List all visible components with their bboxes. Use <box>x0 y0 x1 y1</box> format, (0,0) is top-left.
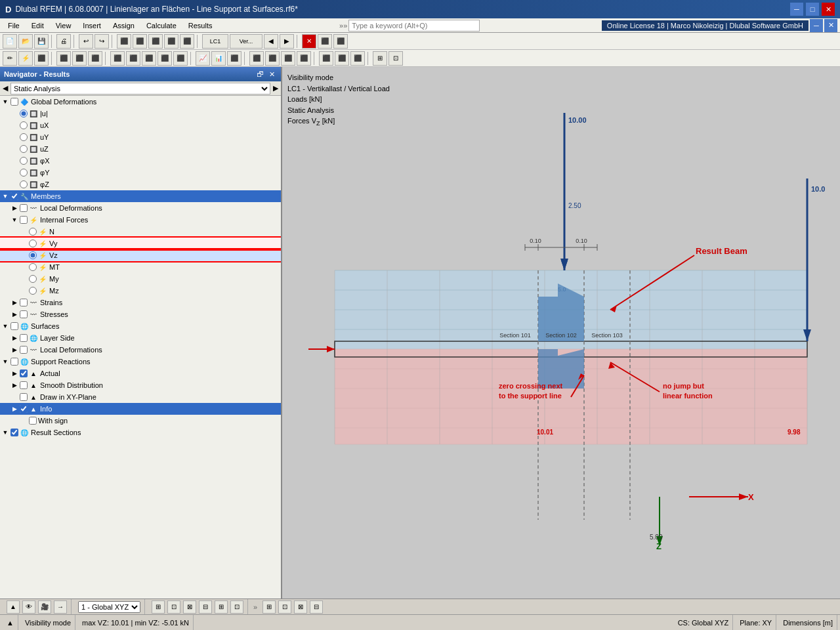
tree-surfaces[interactable]: ▼ 🌐 Surfaces <box>0 320 281 332</box>
result-display-btn[interactable]: ✕ <box>302 34 316 49</box>
view-tool-4[interactable]: ⬛ <box>164 34 178 49</box>
nav-t1[interactable]: ⊞ <box>152 600 165 614</box>
tree-with-sign[interactable]: ▶ With sign <box>0 415 281 427</box>
search-input[interactable] <box>348 20 480 32</box>
nav-t6[interactable]: ⊡ <box>230 600 243 614</box>
display-tool-2[interactable]: ⬛ <box>126 51 140 66</box>
extra-nav-1[interactable]: ⊞ <box>262 600 276 614</box>
expand-layer-side[interactable]: ▶ <box>10 334 18 342</box>
check-draw-xy[interactable] <box>20 393 28 401</box>
view-tool-1[interactable]: ⬛ <box>117 34 131 49</box>
check-support-reactions[interactable] <box>10 358 18 366</box>
tree-global-deformations[interactable]: ▼ 🔷 Global Deformations <box>0 96 281 108</box>
tree-uz[interactable]: 🔲 uZ <box>0 143 281 155</box>
nav-tool-1[interactable]: ⬛ <box>249 51 264 66</box>
display-tool-5[interactable]: ⬛ <box>173 51 188 66</box>
tree-MT[interactable]: ⚡ MT <box>0 261 281 273</box>
menu-insert[interactable]: Insert <box>77 20 106 31</box>
menu-assign[interactable]: Assign <box>108 20 140 31</box>
tree-info[interactable]: ▶ ▲ Info <box>0 403 281 415</box>
expand-local-def-surf[interactable]: ▶ <box>10 346 18 354</box>
radio-uy[interactable] <box>20 133 28 141</box>
maximize-button[interactable]: □ <box>806 3 819 16</box>
radio-MT[interactable] <box>29 263 37 271</box>
nav-tool-3[interactable]: ⬛ <box>281 51 295 66</box>
chart-tool-3[interactable]: ⬛ <box>227 51 242 66</box>
tree-phiz[interactable]: 🔲 φZ <box>0 178 281 190</box>
check-result-sections[interactable] <box>10 429 18 436</box>
tree-smooth-dist[interactable]: ▶ ▲ Smooth Distribution <box>0 379 281 391</box>
menu-calculate[interactable]: Calculate <box>141 20 182 31</box>
grid-tool-1[interactable]: ⊞ <box>373 51 387 66</box>
check-strains[interactable] <box>20 299 28 306</box>
tree-layer-side[interactable]: ▶ 🌐 Layer Side <box>0 332 281 344</box>
titlebar-controls[interactable]: ─ □ ✕ <box>790 3 835 16</box>
radio-ux[interactable] <box>20 121 28 129</box>
tree-u-abs[interactable]: 🔲 |u| <box>0 108 281 119</box>
nav-t2[interactable]: ⊡ <box>167 600 180 614</box>
radio-Mz[interactable] <box>29 287 37 295</box>
viewport[interactable]: Visibility mode LC1 - Vertikallast / Ver… <box>282 67 840 598</box>
check-actual[interactable] <box>20 369 28 377</box>
tree-My[interactable]: ⚡ My <box>0 273 281 285</box>
tree-support-reactions[interactable]: ▼ 🌐 Support Reactions <box>0 356 281 368</box>
check-members[interactable] <box>10 192 18 200</box>
analysis-dropdown[interactable]: Static Analysis <box>10 83 270 94</box>
radio-N[interactable] <box>29 228 37 236</box>
minimize-button[interactable]: ─ <box>790 3 803 16</box>
extra-nav-2[interactable]: ⊡ <box>278 600 291 614</box>
view-tool-5[interactable]: ⬛ <box>180 34 194 49</box>
nav-close-button[interactable]: ✕ <box>267 70 277 79</box>
menu-file[interactable]: File <box>3 20 25 31</box>
radio-My[interactable] <box>29 275 37 283</box>
tree-draw-xy[interactable]: ▶ ▲ Draw in XY-Plane <box>0 391 281 403</box>
open-button[interactable]: 📂 <box>18 34 33 49</box>
tree-phix[interactable]: 🔲 φX <box>0 155 281 167</box>
radio-u-abs[interactable] <box>20 110 28 117</box>
nav-t4[interactable]: ⊟ <box>199 600 212 614</box>
check-with-sign[interactable] <box>29 417 37 425</box>
nav-t5[interactable]: ⊞ <box>215 600 228 614</box>
close-button[interactable]: ✕ <box>822 3 835 16</box>
menu-view[interactable]: View <box>51 20 77 31</box>
redo-button[interactable]: ↪ <box>94 34 109 49</box>
undo-button[interactable]: ↩ <box>79 34 93 49</box>
extra-tool-1[interactable]: ⬛ <box>319 51 333 66</box>
view-tool-2[interactable]: ⬛ <box>133 34 147 49</box>
display-tool-1[interactable]: ⬛ <box>110 51 125 66</box>
tree-uy[interactable]: 🔲 uY <box>0 131 281 143</box>
tree-actual[interactable]: ▶ ▲ Actual <box>0 368 281 379</box>
tree-local-def-surf[interactable]: ▶ 〰 Local Deformations <box>0 344 281 356</box>
lc-btn[interactable]: LC1 <box>202 34 228 49</box>
view-btn-3[interactable]: 🎥 <box>38 600 51 614</box>
analysis-arrow-right[interactable]: ▶ <box>273 84 278 93</box>
chart-tool-1[interactable]: 📈 <box>196 51 210 66</box>
new-button[interactable]: 📄 <box>3 34 17 49</box>
tree-local-def[interactable]: ▶ 〰 Local Deformations <box>0 202 281 214</box>
check-local-def-surf[interactable] <box>20 346 28 354</box>
view-selector[interactable]: 1 - Global XYZ <box>78 601 140 613</box>
view-btn-1[interactable]: ▲ <box>7 600 20 614</box>
draw-tool-3[interactable]: ⬛ <box>34 51 49 66</box>
expand-info[interactable]: ▶ <box>10 405 18 413</box>
tree-Mz[interactable]: ⚡ Mz <box>0 285 281 297</box>
radio-Vz[interactable] <box>29 251 37 259</box>
result-tool-2[interactable]: ⬛ <box>318 34 332 49</box>
nav-tool-2[interactable]: ⬛ <box>265 51 280 66</box>
expand-members[interactable]: ▼ <box>1 192 9 200</box>
extra-tool-2[interactable]: ⬛ <box>335 51 349 66</box>
tree-ux[interactable]: 🔲 uX <box>0 119 281 131</box>
extra-nav-3[interactable]: ⊠ <box>294 600 307 614</box>
expand-strains[interactable]: ▶ <box>10 299 18 306</box>
display-tool-4[interactable]: ⬛ <box>158 51 172 66</box>
view-btn-4[interactable]: → <box>54 600 67 614</box>
expand-smooth-dist[interactable]: ▶ <box>10 381 18 389</box>
save-button[interactable]: 💾 <box>34 34 49 49</box>
radio-phiy[interactable] <box>20 169 28 177</box>
snap-tool-3[interactable]: ⬛ <box>88 51 102 66</box>
analysis-arrow-left[interactable]: ◀ <box>3 84 8 93</box>
expand-surfaces[interactable]: ▼ <box>1 322 9 330</box>
expand-support-reactions[interactable]: ▼ <box>1 358 9 366</box>
view-tool-3[interactable]: ⬛ <box>148 34 163 49</box>
snap-tool-1[interactable]: ⬛ <box>56 51 71 66</box>
